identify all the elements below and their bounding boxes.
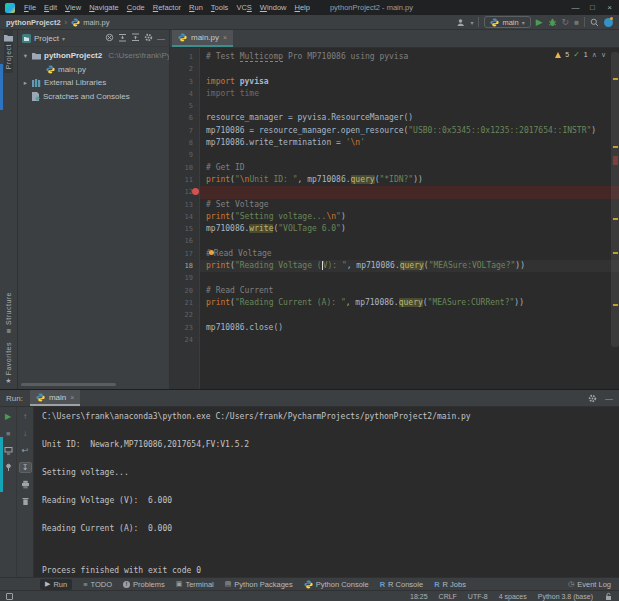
status-item-python-3-8-base-[interactable]: Python 3.8 (base) bbox=[538, 593, 593, 600]
next-issue-icon[interactable]: ∨ bbox=[601, 51, 606, 59]
down-icon[interactable]: ↓ bbox=[19, 428, 32, 439]
code-line-11[interactable]: 11print("\nUnit ID: ", mp710086.query("*… bbox=[170, 174, 619, 186]
editor-scrollbar[interactable] bbox=[611, 52, 619, 347]
menu-run[interactable]: Run bbox=[185, 3, 207, 12]
line-number[interactable]: 15 bbox=[170, 223, 200, 235]
tool-window-button-python-console[interactable]: Python Console bbox=[304, 580, 369, 589]
error-stripe[interactable] bbox=[611, 48, 619, 389]
monitor-icon[interactable] bbox=[2, 445, 15, 456]
menu-refactor[interactable]: Refactor bbox=[149, 3, 185, 12]
hide-panel-icon[interactable]: — bbox=[605, 394, 613, 403]
menu-navigate[interactable]: Navigate bbox=[85, 3, 123, 12]
run-tab-main[interactable]: main × bbox=[30, 390, 80, 406]
code-line-21[interactable]: 21print("Reading Current (A): ", mp71008… bbox=[170, 297, 619, 309]
debug-bug-icon[interactable] bbox=[548, 18, 557, 27]
tool-window-button-r-console[interactable]: RR Console bbox=[380, 580, 423, 589]
stop-icon[interactable]: ■ bbox=[2, 428, 15, 439]
menu-view[interactable]: View bbox=[61, 3, 85, 12]
close-button[interactable]: × bbox=[602, 3, 617, 12]
scroll-end-icon[interactable]: ↧ bbox=[19, 462, 32, 473]
settings-gear-icon[interactable] bbox=[588, 394, 597, 403]
line-number[interactable]: 8 bbox=[170, 137, 200, 149]
close-tab-icon[interactable]: × bbox=[223, 34, 227, 41]
line-number[interactable]: 7 bbox=[170, 125, 200, 137]
lock-icon[interactable] bbox=[604, 592, 613, 601]
tool-window-tab-favorites[interactable]: Favorites ★ bbox=[5, 338, 12, 389]
hide-icon[interactable]: — bbox=[157, 34, 165, 43]
line-number[interactable]: 1 bbox=[170, 51, 200, 63]
breakpoint-stripe-mark[interactable] bbox=[613, 156, 618, 165]
code-editor[interactable]: 1# Test Multicomp Pro MP710086 using pyv… bbox=[170, 48, 619, 389]
breadcrumb-project[interactable]: pythonProject2 bbox=[6, 18, 61, 27]
line-number[interactable]: 21 bbox=[170, 297, 200, 309]
status-item-4-spaces[interactable]: 4 spaces bbox=[499, 593, 527, 600]
warning-stripe-mark[interactable] bbox=[613, 146, 618, 148]
tree-item-external-libraries[interactable]: ▸External Libraries bbox=[18, 76, 169, 90]
code-line-14[interactable]: 14print("Setting voltage...\n") bbox=[170, 211, 619, 223]
rerun-disabled-icon[interactable]: ↻ bbox=[562, 17, 570, 27]
line-number[interactable]: 11 bbox=[170, 174, 200, 186]
line-number[interactable]: 2 bbox=[170, 63, 200, 75]
code-line-15[interactable]: 15mp710086.write("VOLTage 6.0") bbox=[170, 223, 619, 235]
up-icon[interactable]: ↑ bbox=[19, 411, 32, 422]
status-item-18-25[interactable]: 18:25 bbox=[410, 593, 428, 600]
maximize-button[interactable]: □ bbox=[585, 3, 600, 12]
menu-code[interactable]: Code bbox=[123, 3, 149, 12]
line-number[interactable]: 17 bbox=[170, 248, 200, 260]
menu-window[interactable]: Window bbox=[256, 3, 291, 12]
chevron-down-icon[interactable]: ▾ bbox=[22, 52, 29, 60]
project-panel-title[interactable]: Project bbox=[34, 34, 59, 43]
settings-icon[interactable] bbox=[144, 33, 153, 44]
menu-edit[interactable]: Edit bbox=[40, 3, 61, 12]
pin-icon[interactable] bbox=[2, 462, 15, 473]
code-line-2[interactable]: 2 bbox=[170, 63, 619, 75]
tool-window-button-r-jobs[interactable]: RR Jobs bbox=[434, 580, 466, 589]
horizontal-scrollbar[interactable] bbox=[21, 383, 116, 386]
code-line-19[interactable]: 19 bbox=[170, 272, 619, 284]
line-number[interactable]: 24 bbox=[170, 334, 200, 346]
profile-dropdown-icon[interactable] bbox=[456, 18, 465, 27]
menu-file[interactable]: File bbox=[20, 3, 40, 12]
line-number[interactable]: 22 bbox=[170, 309, 200, 321]
code-line-16[interactable]: 16 bbox=[170, 235, 619, 247]
breakpoint-icon[interactable] bbox=[192, 188, 199, 195]
minimize-button[interactable]: — bbox=[568, 3, 583, 12]
print-icon[interactable] bbox=[19, 479, 32, 490]
line-number[interactable]: 14 bbox=[170, 211, 200, 223]
clear-icon[interactable] bbox=[19, 496, 32, 507]
code-line-22[interactable]: 22 bbox=[170, 309, 619, 321]
run-config-selector[interactable]: main ▾ bbox=[484, 16, 530, 28]
chevron-right-icon[interactable]: ▸ bbox=[22, 79, 29, 87]
soft-wrap-icon[interactable]: ↩ bbox=[19, 445, 32, 456]
code-line-10[interactable]: 10# Get ID bbox=[170, 162, 619, 174]
line-number[interactable]: 12 bbox=[170, 186, 200, 198]
code-line-24[interactable]: 24 bbox=[170, 334, 619, 346]
ide-updates-icon[interactable] bbox=[604, 18, 613, 27]
inspections-widget[interactable]: 5 ✓ 1 ∧ ∨ bbox=[555, 50, 606, 59]
rerun-icon[interactable]: ▶ bbox=[2, 411, 15, 422]
expand-all-icon[interactable] bbox=[118, 33, 127, 44]
warning-stripe-mark[interactable] bbox=[613, 252, 618, 254]
line-number[interactable]: 20 bbox=[170, 285, 200, 297]
code-line-5[interactable]: 5 bbox=[170, 100, 619, 112]
line-number[interactable]: 10 bbox=[170, 162, 200, 174]
tool-window-button-python-packages[interactable]: ▤Python Packages bbox=[225, 580, 293, 589]
code-line-12[interactable]: 12 bbox=[170, 186, 619, 198]
run-button[interactable]: ▶ bbox=[536, 17, 543, 27]
close-tab-icon[interactable]: × bbox=[70, 394, 74, 401]
collapse-all-icon[interactable] bbox=[131, 33, 140, 44]
code-line-20[interactable]: 20# Read Current bbox=[170, 285, 619, 297]
code-line-9[interactable]: 9 bbox=[170, 149, 619, 161]
code-line-6[interactable]: 6resource_manager = pyvisa.ResourceManag… bbox=[170, 112, 619, 124]
code-line-3[interactable]: 3import pyvisa bbox=[170, 76, 619, 88]
line-number[interactable]: 9 bbox=[170, 149, 200, 161]
tool-window-button-problems[interactable]: !Problems bbox=[123, 580, 165, 589]
line-number[interactable]: 4 bbox=[170, 88, 200, 100]
status-item-utf-8[interactable]: UTF-8 bbox=[468, 593, 488, 600]
warning-stripe-mark[interactable] bbox=[613, 304, 618, 306]
tool-window-button-run[interactable]: ▶Run bbox=[40, 579, 72, 590]
line-number[interactable]: 16 bbox=[170, 235, 200, 247]
code-line-7[interactable]: 7mp710086 = resource_manager.open_resour… bbox=[170, 125, 619, 137]
tool-window-button-todo[interactable]: ≡TODO bbox=[83, 580, 112, 589]
tool-window-button-terminal[interactable]: ▣Terminal bbox=[176, 580, 214, 589]
